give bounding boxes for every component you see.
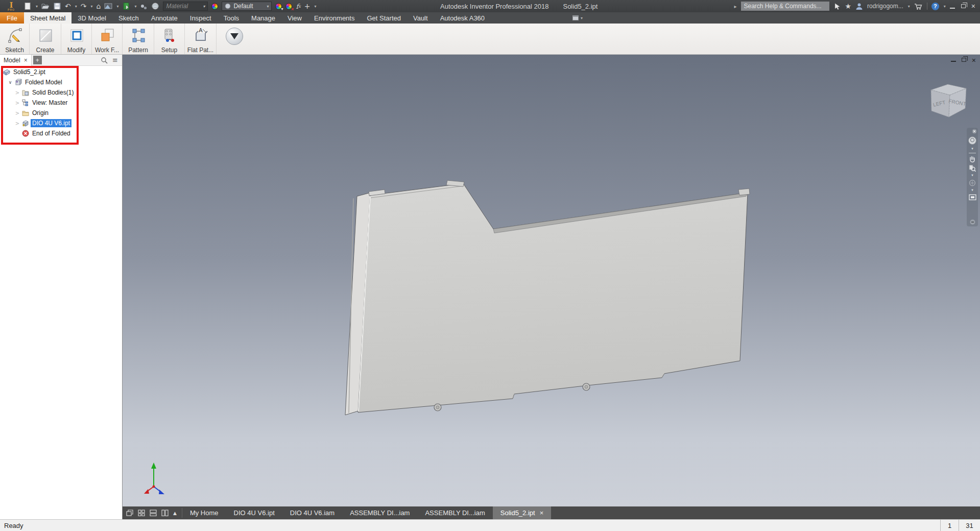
tab-sketch[interactable]: Sketch bbox=[112, 12, 145, 24]
navbar-close-icon[interactable] bbox=[972, 129, 977, 134]
part-main-face[interactable] bbox=[358, 183, 748, 412]
qat-customize-dropdown-icon[interactable]: ▾ bbox=[315, 4, 317, 9]
tab-3d-model[interactable]: 3D Model bbox=[71, 12, 112, 24]
tree-item-solid-bodies[interactable]: > Solid Bodies(1) bbox=[0, 87, 122, 98]
tab-file[interactable]: File bbox=[0, 12, 24, 24]
navbar-more-icon[interactable] bbox=[970, 219, 975, 225]
pattern-icon[interactable] bbox=[130, 25, 147, 47]
help-dropdown-icon[interactable]: ▾ bbox=[944, 4, 946, 9]
orbit-dropdown-icon[interactable]: ▾ bbox=[971, 189, 973, 192]
user-dropdown-icon[interactable]: ▾ bbox=[908, 4, 910, 9]
user-name[interactable]: rodrigogom... bbox=[867, 3, 903, 10]
tab-tools[interactable]: Tools bbox=[218, 12, 245, 24]
zoom-icon[interactable] bbox=[969, 165, 976, 172]
tree-item-end-of-folded[interactable]: End of Folded bbox=[0, 128, 122, 138]
doc-tab-my-home[interactable]: My Home bbox=[182, 506, 226, 519]
tile-horizontal-icon[interactable] bbox=[150, 510, 157, 516]
tree-item-view-master[interactable]: > View: Master bbox=[0, 98, 122, 108]
material-combobox[interactable]: Material ▾ bbox=[163, 2, 208, 11]
redo-dropdown-icon[interactable]: ▾ bbox=[91, 4, 93, 9]
expander-closed-icon[interactable]: > bbox=[15, 100, 20, 106]
store-cart-icon[interactable] bbox=[914, 2, 923, 11]
tree-item-origin[interactable]: > Origin bbox=[0, 108, 122, 118]
home-icon[interactable]: ⌂ bbox=[97, 2, 101, 11]
favorites-star-icon[interactable]: ★ bbox=[845, 2, 852, 11]
tab-vault[interactable]: Vault bbox=[407, 12, 434, 24]
appearance-dropdown-icon[interactable]: ▾ bbox=[267, 4, 269, 9]
user-avatar-icon[interactable] bbox=[855, 2, 863, 11]
expander-closed-icon[interactable]: > bbox=[15, 121, 20, 126]
navigation-bar[interactable]: ▾ ▾ ▾ bbox=[967, 128, 978, 226]
browser-tab-model[interactable]: Model × bbox=[0, 55, 32, 66]
sheet-metal-part-canvas[interactable]: LEFT FRONT bbox=[123, 55, 980, 506]
tutorials-book-icon[interactable] bbox=[122, 2, 130, 11]
redo-icon[interactable]: ↷ bbox=[81, 2, 87, 11]
tab-inspect[interactable]: Inspect bbox=[184, 12, 218, 24]
tab-autodesk-a360[interactable]: Autodesk A360 bbox=[434, 12, 491, 24]
panel-modify[interactable]: Modify bbox=[61, 24, 92, 54]
orbit-icon[interactable] bbox=[969, 179, 976, 187]
ribbon-display-dropdown-icon[interactable]: ▾ bbox=[581, 16, 583, 20]
expander-open-icon[interactable]: ∨ bbox=[8, 80, 13, 85]
component-dots-icon[interactable] bbox=[140, 2, 148, 11]
tree-item-dio-part[interactable]: > DIO 4U V6.ipt bbox=[0, 118, 122, 128]
tree-item-root-part[interactable]: Solid5_2.ipt bbox=[0, 67, 122, 77]
modify-face-icon[interactable] bbox=[68, 25, 85, 47]
tab-sheet-metal[interactable]: Sheet Metal bbox=[24, 12, 71, 24]
doc-tab-solid5-active[interactable]: Solid5_2.ipt × bbox=[493, 506, 552, 519]
new-dropdown-icon[interactable]: ▾ bbox=[36, 4, 38, 9]
open-icon[interactable] bbox=[41, 2, 50, 11]
collapse-docbar-icon[interactable]: ▲ bbox=[173, 511, 177, 516]
panel-expand-arrow-icon[interactable]: ▸ bbox=[734, 4, 736, 9]
search-input[interactable] bbox=[741, 2, 829, 10]
ribbon-display-button[interactable]: ▾ bbox=[566, 12, 589, 24]
browser-menu-icon[interactable]: ≡ bbox=[112, 56, 118, 64]
tab-view[interactable]: View bbox=[281, 12, 308, 24]
tutorials-dropdown-icon[interactable]: ▾ bbox=[134, 4, 136, 9]
sheet-metal-defaults-icon[interactable] bbox=[161, 25, 178, 47]
navigation-wheel-icon[interactable] bbox=[968, 136, 977, 145]
add-command-icon[interactable]: + bbox=[304, 2, 310, 11]
tab-annotate[interactable]: Annotate bbox=[145, 12, 184, 24]
expander-closed-icon[interactable]: > bbox=[15, 110, 20, 116]
panel-flat-pattern[interactable]: A Flat Pat... bbox=[185, 24, 217, 54]
doc-tab-dio-ipt[interactable]: DIO 4U V6.ipt bbox=[226, 506, 282, 519]
zoom-dropdown-icon[interactable]: ▾ bbox=[971, 174, 973, 177]
panel-sketch[interactable]: Sketch bbox=[0, 24, 30, 54]
graphics-viewport[interactable]: × bbox=[123, 55, 980, 506]
panel-setup[interactable]: Setup bbox=[154, 24, 185, 54]
panel-pattern[interactable]: Pattern bbox=[123, 24, 154, 54]
appearance-combobox[interactable]: Default ▾ bbox=[222, 2, 272, 11]
doc-tab-assembly-2[interactable]: ASSEMBLY DI...iam bbox=[417, 506, 492, 519]
appearance-wheel-icon[interactable] bbox=[211, 2, 218, 11]
view-image-icon[interactable] bbox=[104, 2, 112, 11]
browser-add-tab-button[interactable]: + bbox=[33, 56, 42, 64]
panel-create[interactable]: Create bbox=[30, 24, 61, 54]
sign-cursor-icon[interactable] bbox=[833, 2, 841, 11]
expander-closed-icon[interactable]: > bbox=[15, 90, 20, 96]
work-plane-icon[interactable] bbox=[99, 25, 115, 47]
viewcube[interactable]: LEFT FRONT bbox=[931, 84, 967, 117]
parameters-fx-icon[interactable]: fx bbox=[296, 2, 300, 11]
flat-pattern-icon[interactable]: A bbox=[192, 25, 209, 47]
doc-tab-dio-iam[interactable]: DIO 4U V6.iam bbox=[282, 506, 342, 519]
undo-icon[interactable]: ↶ bbox=[65, 2, 71, 11]
doc-tab-assembly-1[interactable]: ASSEMBLY DI...iam bbox=[342, 506, 417, 519]
save-icon[interactable] bbox=[53, 2, 61, 11]
new-document-icon[interactable] bbox=[23, 2, 32, 11]
tile-windows-icon[interactable] bbox=[138, 510, 145, 516]
cascade-windows-icon[interactable] bbox=[126, 510, 133, 516]
close-button[interactable]: × bbox=[970, 3, 977, 10]
navwheel-dropdown-icon[interactable]: ▾ bbox=[971, 147, 973, 151]
material-dropdown-icon[interactable]: ▾ bbox=[203, 4, 205, 9]
panel-work-features[interactable]: Work F... bbox=[92, 24, 123, 54]
help-search-box[interactable] bbox=[741, 2, 829, 11]
minimize-button[interactable] bbox=[950, 8, 955, 9]
clear-appearance-icon[interactable]: × bbox=[285, 2, 292, 11]
tree-item-folded-model[interactable]: ∨ Folded Model bbox=[0, 77, 122, 87]
doc-tab-close-icon[interactable]: × bbox=[540, 510, 544, 516]
tab-get-started[interactable]: Get Started bbox=[361, 12, 407, 24]
pan-hand-icon[interactable] bbox=[969, 155, 976, 163]
browser-search-icon[interactable] bbox=[101, 57, 108, 64]
tile-vertical-icon[interactable] bbox=[161, 510, 169, 516]
